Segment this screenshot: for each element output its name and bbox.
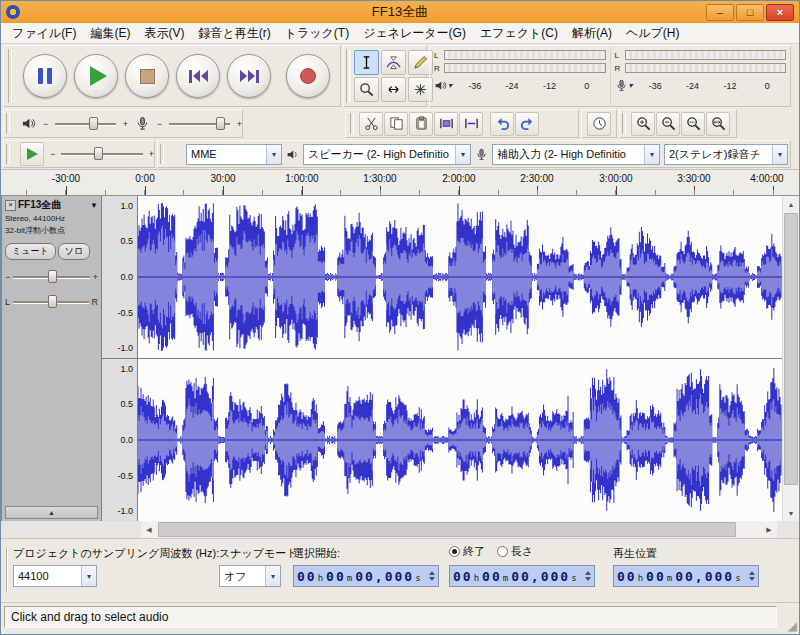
pause-button[interactable] <box>23 54 67 98</box>
zoom-out-button[interactable] <box>656 112 680 136</box>
menu-effect[interactable]: エフェクト(C) <box>473 23 565 44</box>
meter-channel-label: R <box>615 64 622 73</box>
track-collapse-button[interactable]: ▴ <box>5 506 98 519</box>
copy-button[interactable] <box>384 112 408 136</box>
zoom-tool-button[interactable] <box>354 77 379 102</box>
mute-button[interactable]: ミュート <box>5 243 56 260</box>
toolbar-grip[interactable] <box>6 548 8 593</box>
zoom-in-button[interactable] <box>631 112 655 136</box>
redo-button[interactable] <box>515 112 539 136</box>
speaker-icon[interactable]: ▾ <box>434 79 452 92</box>
waveform-right[interactable] <box>138 359 782 521</box>
end-radio[interactable]: 終了 <box>449 544 485 559</box>
selection-start-time[interactable]: 00h 00m 00,000s <box>293 565 439 587</box>
sync-lock-button[interactable] <box>587 112 611 136</box>
paste-button[interactable] <box>409 112 433 136</box>
skip-to-end-button[interactable] <box>227 54 271 98</box>
sample-rate-combo[interactable]: 44100▾ <box>13 565 97 587</box>
silence-audio-button[interactable] <box>459 112 483 136</box>
dropdown-arrow-icon: ▾ <box>644 145 659 164</box>
scroll-down-arrow[interactable]: ▼ <box>783 505 799 521</box>
stop-button[interactable] <box>125 54 169 98</box>
playback-meter[interactable]: L R ▾ -36 -24 -12 0 <box>430 46 610 106</box>
playback-speed-slider[interactable] <box>61 146 142 162</box>
menu-view[interactable]: 表示(V) <box>137 23 191 44</box>
menu-tracks[interactable]: トラック(T) <box>278 23 356 44</box>
track-area: × FF13全曲 ▼ Stereo, 44100Hz 32-bit浮動小数点 ミ… <box>1 196 799 521</box>
horizontal-scrollbar[interactable]: ◀ ▶ <box>141 521 777 538</box>
scroll-left-arrow[interactable]: ◀ <box>141 521 157 538</box>
microphone-icon <box>475 148 488 161</box>
selection-end-time[interactable]: 00h 00m 00,000s <box>449 565 595 587</box>
timeshift-tool-button[interactable] <box>381 77 406 102</box>
close-button[interactable]: × <box>766 4 794 21</box>
time-spinner[interactable] <box>426 571 435 581</box>
play-button[interactable] <box>74 54 118 98</box>
maximize-button[interactable]: □ <box>736 4 764 21</box>
playback-device-combo[interactable]: スピーカー (2- High Definitio▾ <box>303 144 471 165</box>
zoom-to-selection-button[interactable] <box>681 112 705 136</box>
envelope-tool-button[interactable] <box>381 50 406 75</box>
time-spinner[interactable] <box>582 571 591 581</box>
scroll-right-arrow[interactable]: ▶ <box>761 521 777 538</box>
undo-button[interactable] <box>490 112 514 136</box>
title-bar[interactable]: FF13全曲 – □ × <box>1 1 799 23</box>
menu-file[interactable]: ファイル(F) <box>5 23 83 44</box>
trim-audio-button[interactable] <box>434 112 458 136</box>
vertical-scroll-thumb[interactable] <box>784 213 798 485</box>
input-volume-slider[interactable] <box>169 116 229 132</box>
resize-grip[interactable]: ◢ <box>788 619 797 633</box>
snap-mode-combo[interactable]: オフ▾ <box>219 565 281 587</box>
speaker-icon <box>21 116 36 131</box>
menu-transport[interactable]: 録音と再生(r) <box>191 23 277 44</box>
microphone-icon[interactable]: ▾ <box>615 79 633 92</box>
menu-generate[interactable]: ジェネレーター(G) <box>356 23 473 44</box>
zoom-fit-icon <box>711 116 726 131</box>
meter-menu-arrow[interactable]: ▾ <box>629 81 633 90</box>
waveform-left[interactable] <box>138 196 782 358</box>
toolbar-grip[interactable] <box>622 113 626 134</box>
stop-icon <box>140 69 155 84</box>
toolbar-grip[interactable] <box>346 49 350 103</box>
selection-tool-button[interactable] <box>354 50 379 75</box>
solo-button[interactable]: ソロ <box>58 243 90 260</box>
pan-slider[interactable] <box>13 294 88 310</box>
track-close-button[interactable]: × <box>5 200 16 211</box>
speaker-icon <box>286 148 299 161</box>
sample-rate-label: プロジェクトのサンプリング周波数 (Hz): <box>13 546 219 561</box>
vertical-ruler[interactable]: 1.0 0.5 0.0 -0.5 -1.0 <box>102 196 138 358</box>
time-spinner[interactable] <box>746 571 755 581</box>
vertical-scrollbar[interactable]: ▲ ▼ <box>782 196 799 521</box>
minimize-button[interactable]: – <box>706 4 734 21</box>
scroll-up-arrow[interactable]: ▲ <box>783 196 799 212</box>
play-at-speed-button[interactable] <box>20 142 44 166</box>
toolbar-grip[interactable] <box>8 49 12 103</box>
gain-slider[interactable] <box>13 269 89 285</box>
menu-edit[interactable]: 編集(E) <box>83 23 137 44</box>
toolbar-grip[interactable] <box>6 144 10 164</box>
trim-icon <box>439 116 454 131</box>
toolbar-grip[interactable] <box>350 113 354 134</box>
recording-meter[interactable]: L R ▾ -36 -24 -12 0 <box>610 46 791 106</box>
toolbar-grip[interactable] <box>6 113 10 134</box>
zoom-fit-button[interactable] <box>706 112 730 136</box>
track-menu-button[interactable]: ▼ <box>90 201 98 210</box>
recording-device-combo[interactable]: 補助入力 (2- High Definitio▾ <box>492 144 660 165</box>
cut-button[interactable] <box>359 112 383 136</box>
horizontal-scroll-thumb[interactable] <box>158 522 736 537</box>
length-radio[interactable]: 長さ <box>497 544 533 559</box>
output-volume-slider[interactable] <box>55 116 115 132</box>
toolbar-grip[interactable] <box>160 144 164 164</box>
playback-position-time[interactable]: 00h 00m 00,000s <box>613 565 759 587</box>
timeline-ruler[interactable]: -30:00 0:00 30:00 1:00:00 1:30:00 2:00:0… <box>1 170 799 196</box>
record-button[interactable] <box>286 54 330 98</box>
meter-menu-arrow[interactable]: ▾ <box>448 81 452 90</box>
menu-analyze[interactable]: 解析(A) <box>565 23 619 44</box>
audio-host-combo[interactable]: MME▾ <box>186 144 282 165</box>
track-control-panel[interactable]: × FF13全曲 ▼ Stereo, 44100Hz 32-bit浮動小数点 ミ… <box>2 196 102 521</box>
vertical-ruler[interactable]: 1.0 0.5 0.0 -0.5 -1.0 <box>102 359 138 521</box>
recording-channels-combo[interactable]: 2(ステレオ)録音チ▾ <box>664 144 788 165</box>
selection-toolbar: プロジェクトのサンプリング周波数 (Hz): スナップモード 選択開始: 終了 … <box>1 538 799 602</box>
menu-help[interactable]: ヘルプ(H) <box>619 23 687 44</box>
skip-to-start-button[interactable] <box>176 54 220 98</box>
